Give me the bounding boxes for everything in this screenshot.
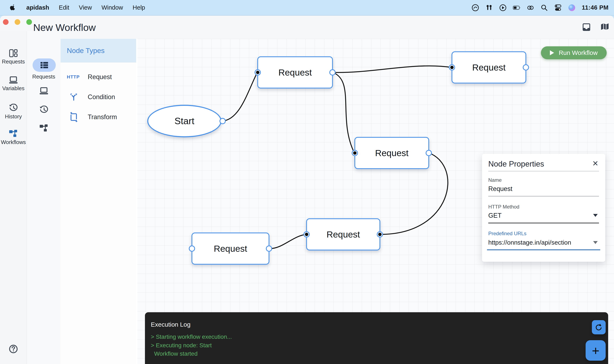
laptop-icon — [39, 87, 48, 95]
add-node-button[interactable]: + — [586, 340, 606, 361]
method-field-value[interactable]: GET — [488, 212, 502, 219]
creative-cloud-icon[interactable] — [472, 4, 479, 12]
requests-board-icon — [9, 49, 17, 57]
http-badge-icon: HTTP — [67, 74, 80, 80]
node-request-3[interactable]: Request — [191, 233, 269, 265]
node-label: Request — [472, 62, 506, 73]
log-line: > Starting workflow execution... — [151, 334, 232, 340]
execution-log-panel: Execution Log > Starting workflow execut… — [145, 312, 608, 364]
palette-header: Node Types — [61, 39, 136, 62]
plus-icon: + — [592, 343, 599, 358]
hotspot-link-icon[interactable] — [527, 4, 534, 12]
node-start[interactable]: Start — [147, 105, 222, 137]
menu-item-edit[interactable]: Edit — [59, 4, 69, 11]
apple-menu-icon[interactable] — [9, 4, 17, 12]
control-center-icon[interactable] — [554, 4, 562, 12]
menu-item-view[interactable]: View — [79, 4, 92, 11]
menu-item-help[interactable]: Help — [133, 4, 145, 11]
sidebar-item-history[interactable]: History — [0, 104, 27, 120]
method-field-label: HTTP Method — [488, 204, 519, 210]
refresh-button[interactable] — [592, 320, 606, 334]
node-label: Request — [326, 229, 360, 240]
minimize-window-button[interactable] — [15, 19, 20, 25]
sidebar-item-workflows[interactable]: Workflows — [0, 130, 27, 145]
menu-item-window[interactable]: Window — [102, 4, 123, 11]
node-label: Request — [278, 67, 312, 78]
palette-item-condition[interactable]: Condition — [61, 87, 136, 107]
output-port[interactable] — [377, 231, 383, 237]
name-field-underline — [488, 196, 599, 196]
input-port[interactable] — [304, 231, 310, 237]
list-table-icon — [40, 62, 48, 69]
node-request-5[interactable]: Request — [306, 218, 380, 250]
divider — [488, 171, 599, 171]
map-icon[interactable] — [600, 23, 609, 32]
refresh-icon — [595, 323, 603, 331]
panel-title: Node Properties — [488, 160, 544, 169]
help-icon — [9, 344, 18, 353]
input-port[interactable] — [352, 150, 358, 156]
history-clock-icon — [40, 106, 48, 114]
laptop-icon — [9, 76, 18, 84]
output-port[interactable] — [329, 69, 336, 76]
play-circle-icon[interactable] — [499, 4, 507, 12]
palette-item-label: Condition — [88, 93, 115, 101]
chevron-down-icon[interactable] — [593, 214, 598, 217]
run-workflow-button[interactable]: Run Workflow — [541, 46, 607, 59]
node-properties-panel: Node Properties × Name Request HTTP Meth… — [482, 154, 605, 262]
siri-icon[interactable] — [568, 4, 575, 12]
branch-icon — [67, 93, 80, 102]
zoom-window-button[interactable] — [26, 19, 32, 25]
macos-menu-bar: apidash Edit View Window Help 11:46 PM — [0, 0, 614, 15]
menu-app-name[interactable]: apidash — [26, 4, 49, 11]
history-clock-icon — [9, 104, 18, 112]
method-field-underline — [488, 223, 599, 223]
output-port[interactable] — [523, 64, 529, 71]
output-port[interactable] — [219, 118, 226, 124]
close-window-button[interactable] — [3, 19, 9, 25]
window-toolbar — [582, 23, 609, 32]
node-label: Start — [174, 116, 194, 127]
page-title: New Workflow — [33, 22, 96, 33]
output-port[interactable] — [426, 150, 432, 156]
menu-clock[interactable]: 11:46 PM — [582, 4, 609, 11]
output-port[interactable] — [266, 246, 272, 252]
save-tray-icon[interactable] — [582, 23, 591, 32]
node-request-4[interactable]: Request — [452, 51, 526, 83]
workflow-tree-icon — [9, 130, 18, 138]
node-palette: Node Types HTTP Request Condition Transf… — [61, 39, 137, 364]
palette-item-transform[interactable]: Transform — [61, 107, 136, 127]
log-line: > Executing node: Start — [151, 342, 212, 349]
urls-field-value[interactable]: https://onnstage.in/api/section — [488, 239, 571, 246]
close-icon[interactable]: × — [592, 158, 598, 168]
airpods-icon[interactable] — [485, 4, 493, 12]
urls-field-label: Predefined URLs — [488, 231, 526, 236]
node-request-1[interactable]: Request — [257, 56, 333, 89]
subrail-item-requests-active[interactable] — [33, 58, 56, 72]
node-label: Request — [214, 244, 247, 254]
play-icon — [550, 50, 554, 55]
name-field-label: Name — [488, 177, 502, 183]
input-port[interactable] — [449, 64, 455, 71]
battery-icon[interactable] — [513, 4, 521, 12]
search-icon[interactable] — [540, 4, 548, 12]
input-port[interactable] — [189, 246, 195, 252]
log-line: Workflow started — [151, 351, 198, 357]
help-button[interactable] — [0, 344, 27, 353]
node-request-2[interactable]: Request — [354, 137, 429, 169]
node-label: Request — [375, 148, 409, 158]
chevron-down-icon[interactable] — [593, 241, 598, 244]
palette-item-request[interactable]: HTTP Request — [61, 67, 136, 87]
run-workflow-label: Run Workflow — [559, 49, 598, 56]
sidebar-item-requests[interactable]: Requests — [0, 49, 27, 65]
name-field-value[interactable]: Request — [488, 185, 512, 193]
subrail-item-workflows[interactable] — [27, 124, 61, 132]
palette-item-label: Request — [88, 73, 112, 81]
subrail-item-variables[interactable] — [27, 87, 61, 95]
input-port[interactable] — [254, 69, 261, 76]
palette-item-label: Transform — [88, 113, 117, 121]
subrail-item-history[interactable] — [27, 106, 61, 114]
palette-title: Node Types — [67, 47, 105, 55]
sidebar-item-variables[interactable]: Variables — [0, 76, 27, 92]
execution-log-title: Execution Log — [151, 321, 190, 328]
